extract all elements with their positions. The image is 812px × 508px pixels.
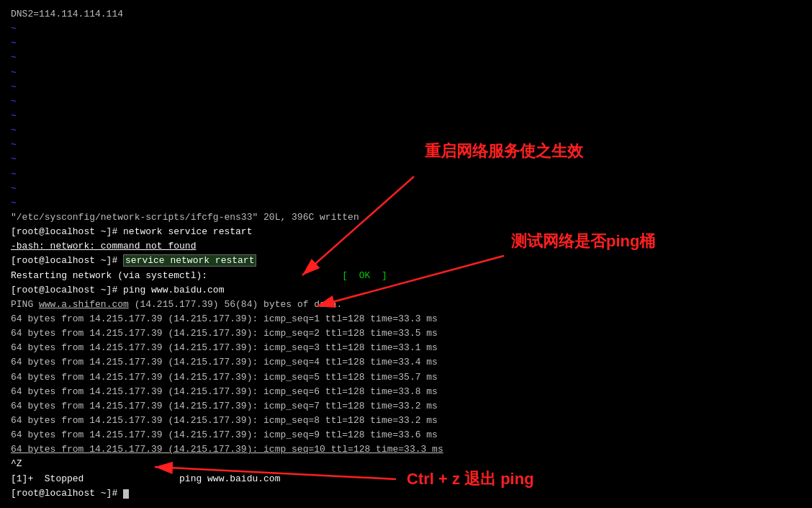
terminal-line: [root@localhost ~]# (11, 486, 493, 501)
terminal-line: ~ (11, 109, 493, 123)
terminal-line: ~ (11, 123, 493, 138)
terminal-line: ~ (11, 36, 493, 50)
terminal: DNS2=114.114.114.114~~~~~~~~~~~~~"/etc/s… (0, 0, 504, 508)
terminal-line: 64 bytes from 14.215.177.39 (14.215.177.… (11, 326, 493, 341)
terminal-line: 64 bytes from 14.215.177.39 (14.215.177.… (11, 428, 493, 442)
terminal-line: ~ (11, 196, 493, 210)
terminal-line: [1]+ Stopped ping www.baidu.com (11, 472, 493, 486)
terminal-line: ~ (11, 94, 493, 109)
terminal-line: 64 bytes from 14.215.177.39 (14.215.177.… (11, 414, 493, 428)
terminal-line: [root@localhost ~]# service network rest… (11, 254, 493, 268)
terminal-line: 64 bytes from 14.215.177.39 (14.215.177.… (11, 385, 493, 399)
terminal-line: ~ (11, 80, 493, 94)
terminal-line: Restarting network (via systemctl): [ OK… (11, 269, 493, 283)
terminal-line: 64 bytes from 14.215.177.39 (14.215.177.… (11, 341, 493, 355)
terminal-line: [root@localhost ~]# network service rest… (11, 225, 493, 239)
terminal-line: ~ (11, 50, 493, 65)
terminal-line: 64 bytes from 14.215.177.39 (14.215.177.… (11, 399, 493, 414)
terminal-line: DNS2=114.114.114.114 (11, 7, 493, 22)
terminal-line: PING www.a.shifen.com (14.215.177.39) 56… (11, 298, 493, 312)
terminal-line: 64 bytes from 14.215.177.39 (14.215.177.… (11, 355, 493, 370)
terminal-line: [root@localhost ~]# ping www.baidu.com (11, 283, 493, 298)
ping-annotation-label: 测试网络是否ping桶 (511, 231, 655, 252)
terminal-line: ~ (11, 138, 493, 152)
terminal-line: ~ (11, 182, 493, 196)
terminal-line: ~ (11, 22, 493, 36)
terminal-line: 64 bytes from 14.215.177.39 (14.215.177.… (11, 312, 493, 326)
terminal-line: "/etc/sysconfig/network-scripts/ifcfg-en… (11, 210, 493, 225)
terminal-line: -bash: network: command not found (11, 239, 493, 254)
terminal-line: ~ (11, 167, 493, 182)
terminal-line: ~ (11, 66, 493, 80)
terminal-line: ~ (11, 152, 493, 166)
terminal-line: ^Z (11, 457, 493, 471)
terminal-line: 64 bytes from 14.215.177.39 (14.215.177.… (11, 370, 493, 385)
terminal-line: 64 bytes from 14.215.177.39 (14.215.177.… (11, 442, 493, 457)
